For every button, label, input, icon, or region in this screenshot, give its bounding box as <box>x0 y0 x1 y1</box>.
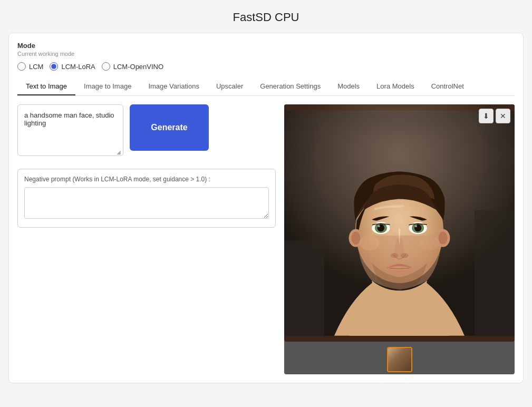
close-button[interactable]: ✕ <box>496 109 510 123</box>
svg-point-18 <box>360 236 380 251</box>
image-action-buttons: ⬇ ✕ <box>479 109 510 123</box>
negative-prompt-section: Negative prompt (Works in LCM-LoRA mode,… <box>17 169 276 228</box>
app-title: FastSD CPU <box>0 0 532 33</box>
radio-lcm-label: LCM <box>29 63 43 71</box>
content-area: a handsome man face, studio lighting ◢ G… <box>17 104 515 374</box>
svg-rect-21 <box>475 210 515 336</box>
radio-lcm-lora-label: LCM-LoRA <box>61 63 95 71</box>
generate-button[interactable]: Generate <box>130 104 209 151</box>
svg-point-7 <box>439 231 448 245</box>
negative-prompt-label: Negative prompt (Works in LCM-LoRA mode,… <box>24 176 269 183</box>
left-panel: a handsome man face, studio lighting ◢ G… <box>17 104 276 374</box>
row-generate: a handsome man face, studio lighting ◢ G… <box>17 104 276 162</box>
svg-point-19 <box>420 236 440 251</box>
tab-text-to-image[interactable]: Text to Image <box>17 78 75 95</box>
image-container: ⬇ ✕ <box>284 104 515 374</box>
download-button[interactable]: ⬇ <box>479 109 494 123</box>
mode-label: Mode <box>17 42 515 50</box>
thumbnail-image[interactable] <box>387 347 412 372</box>
mode-section: Mode Current working mode LCM LCM-LoRA L… <box>17 42 515 71</box>
prompt-textarea[interactable]: a handsome man face, studio lighting <box>22 109 119 151</box>
negative-prompt-textarea[interactable] <box>24 187 269 219</box>
prompt-area: a handsome man face, studio lighting ◢ <box>17 104 123 156</box>
radio-lcm-openvino-label: LCM-OpenVINO <box>113 63 163 71</box>
download-icon: ⬇ <box>483 112 489 120</box>
tabs-bar: Text to Image Image to Image Image Varia… <box>17 78 515 96</box>
tab-image-to-image[interactable]: Image to Image <box>75 78 140 95</box>
tab-controlnet[interactable]: ControlNet <box>423 78 472 95</box>
tab-lora-models[interactable]: Lora Models <box>368 78 423 95</box>
radio-lcm-lora[interactable]: LCM-LoRA <box>50 62 95 71</box>
svg-rect-20 <box>284 240 324 336</box>
right-panel: ⬇ ✕ <box>284 104 515 374</box>
radio-group: LCM LCM-LoRA LCM-OpenVINO <box>17 62 515 71</box>
generated-image <box>284 104 515 342</box>
radio-lcm-input[interactable] <box>17 62 26 71</box>
tab-image-variations[interactable]: Image Variations <box>140 78 208 95</box>
svg-point-5 <box>351 231 360 245</box>
tab-generation-settings[interactable]: Generation Settings <box>252 78 329 95</box>
resize-handle: ◢ <box>117 149 122 154</box>
radio-lcm-openvino[interactable]: LCM-OpenVINO <box>102 62 163 71</box>
radio-lcm-lora-input[interactable] <box>50 62 58 71</box>
mode-sublabel: Current working mode <box>17 51 515 57</box>
portrait-svg <box>284 104 515 342</box>
thumbnail-row <box>284 342 515 374</box>
close-icon: ✕ <box>500 112 506 120</box>
tab-upscaler[interactable]: Upscaler <box>208 78 252 95</box>
main-container: Mode Current working mode LCM LCM-LoRA L… <box>8 33 524 383</box>
thumbnail-preview <box>388 348 411 371</box>
radio-lcm[interactable]: LCM <box>17 62 43 71</box>
tab-models[interactable]: Models <box>329 78 368 95</box>
radio-lcm-openvino-input[interactable] <box>102 62 110 71</box>
